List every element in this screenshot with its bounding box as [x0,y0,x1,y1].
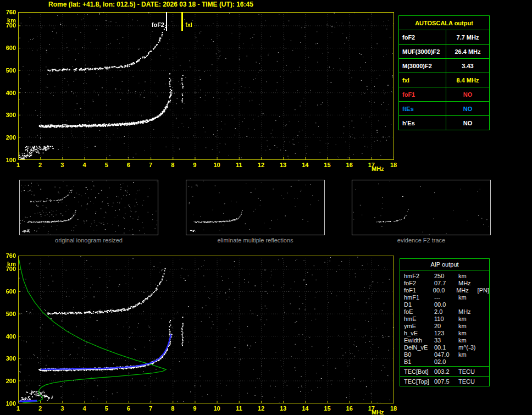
aip-unit: km [458,316,480,322]
autoscala-value: 3.43 [446,59,489,73]
aip-unit: m^(-3) [458,344,480,351]
autoscala-table-title: AUTOSCALA output [399,16,489,30]
autoscala-param: foF2 [399,30,446,44]
fxi-marker-label: fxI [185,21,193,29]
bottom-y-tick-label: 500 [1,311,16,317]
aip-unit: km [458,330,480,336]
aip-value: 110 [434,316,458,322]
top-x-tick-label: 10 [211,162,223,168]
aip-row: D100.0 [400,301,489,308]
aip-unit: TECU [458,368,480,375]
bottom-y-tick-label: 400 [1,334,16,340]
aip-value: 00.1 [434,344,458,351]
thumbnail-original-caption: original ionogram resized [19,237,158,244]
aip-unit: TECU [458,378,480,385]
aip-unit: MHz [458,308,480,315]
aip-value: 007.5 [434,378,458,385]
autoscala-row: h'EsNO [399,115,489,130]
aip-row: h_vE123km [400,329,489,336]
aip-row: B0047.0km [400,351,489,358]
aip-value: 00.0 [433,287,456,294]
bottom-x-tick-label: 1 [12,406,24,412]
autoscala-param: foF1 [399,87,446,101]
aip-value: --- [434,294,458,301]
thumbnail-no-multiples [186,180,325,235]
fxi-marker-line [181,12,183,31]
aip-value: 2.0 [434,308,458,315]
bottom-x-axis-unit: MHz [372,409,384,415]
bottom-y-tick-label: 600 [1,289,16,295]
aip-value: 07.7 [434,280,458,286]
aip-unit: km [458,323,480,329]
top-y-tick-label: 700 [1,23,16,29]
top-x-tick-label: 15 [321,162,333,168]
bottom-y-tick-label: 760 [1,253,16,259]
thumbnail-f2-trace-canvas [352,180,490,235]
aip-row: Ewidth33km [400,336,489,344]
bottom-x-tick-label: 11 [233,406,245,412]
aip-row: TEC[Bot]003.2TECU [400,368,489,375]
autoscala-row: ftEsNO [399,101,489,115]
aip-value: 123 [434,330,458,336]
bottom-y-tick-label: 300 [1,356,16,362]
aip-row: hmF1---km [400,294,489,301]
top-x-tick-label: 7 [145,162,157,168]
fof2-marker-line [166,12,167,31]
autoscala-param: MUF(3000)F2 [399,45,446,58]
aip-param: ymE [400,323,434,329]
aip-row: ymE20km [400,322,489,329]
autoscala-param: M(3000)F2 [399,59,446,73]
aip-unit: km [458,337,480,344]
bottom-x-tick-label: 15 [321,406,333,412]
top-x-tick-label: 14 [299,162,311,168]
thumbnail-original [19,180,158,235]
aip-param: foE [400,308,434,315]
thumbnail-f2-trace [352,180,491,235]
aip-param: TEC[Bot] [400,368,434,375]
thumbnail-original-canvas [20,180,158,235]
autoscala-output-table: AUTOSCALA output foF27.7 MHzMUF(3000)F22… [398,15,490,130]
aip-unit: MHz [458,280,480,286]
aip-value: 250 [434,273,458,279]
top-x-tick-label: 4 [79,162,91,168]
autoscala-value: NO [446,116,489,130]
aip-param: Ewidth [400,337,434,344]
aip-param: hmE [400,316,434,322]
aip-separator [400,376,489,377]
top-x-tick-label: 11 [233,162,245,168]
top-x-tick-label: 16 [343,162,356,168]
top-x-axis-unit: MHz [372,165,384,172]
aip-output-table: AIP output hmF2250kmfoF207.7MHzfoF100.0M… [400,258,490,386]
top-y-tick-label: 400 [1,90,16,96]
aip-row: foF100.0MHz[PN] [400,286,489,294]
aip-row: DelN_vE00.1m^(-3) [400,344,489,351]
bottom-y-tick-label: 200 [1,378,16,384]
top-x-tick-label: 18 [387,162,400,168]
bottom-x-tick-label: 16 [343,406,356,412]
aip-param: h_vE [400,330,434,336]
bottom-x-tick-label: 5 [101,406,113,412]
bottom-x-tick-label: 6 [123,406,135,412]
aip-param: B0 [400,351,434,358]
top-x-tick-label: 9 [189,162,201,168]
thumbnail-no-multiples-canvas [186,180,324,235]
aip-value: 00.0 [434,301,458,308]
aip-value: 20 [434,323,458,329]
aip-value: 003.2 [434,368,458,375]
top-y-tick-label: 200 [1,135,16,141]
aip-param: hmF1 [400,294,434,301]
aip-param: DelN_vE [400,344,434,351]
bottom-x-tick-label: 3 [56,406,68,412]
bottom-x-tick-label: 8 [167,406,179,412]
aip-unit: MHz [456,287,477,294]
aip-param: D1 [400,301,434,308]
autoscala-param: h'Es [399,116,446,130]
thumbnail-no-multiples-caption: eliminate multiple reflections [186,237,325,244]
aip-row: B102.0 [400,358,489,365]
autoscala-row: foF27.7 MHz [399,30,489,44]
aip-value: 047.0 [434,351,458,358]
bottom-x-tick-label: 2 [34,406,46,412]
aip-row: foE2.0MHz [400,308,489,315]
aip-row: hmF2250km [400,272,489,279]
top-x-tick-label: 1 [12,162,24,168]
